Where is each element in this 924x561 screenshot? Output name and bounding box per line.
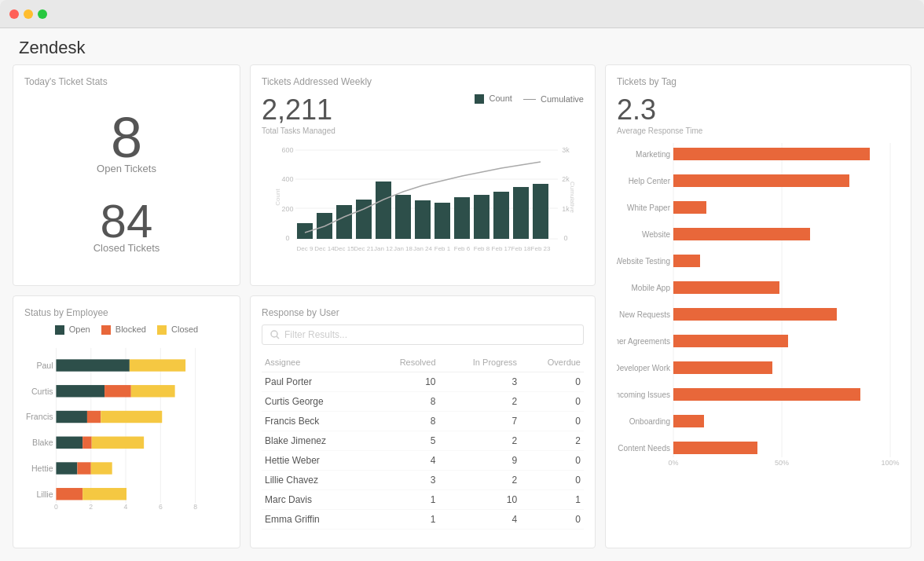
cell-overdue: 0 [520, 510, 584, 530]
svg-text:1k: 1k [562, 205, 570, 213]
svg-rect-61 [673, 335, 788, 347]
table-row: Emma Griffin 1 4 0 [262, 510, 584, 530]
svg-point-102 [271, 331, 277, 337]
tag-chart-title: Tickets by Tag [617, 76, 900, 87]
svg-text:100%: 100% [881, 459, 899, 467]
open-tickets-section: 8 Open Tickets [97, 109, 156, 174]
svg-rect-51 [673, 201, 706, 214]
svg-rect-25 [513, 187, 529, 239]
svg-text:8: 8 [193, 503, 197, 511]
svg-text:Incoming Issues: Incoming Issues [617, 390, 670, 399]
svg-rect-26 [533, 184, 548, 239]
svg-text:200: 200 [281, 205, 293, 213]
app-header: Zendesk [0, 28, 924, 64]
svg-text:Hettie: Hettie [31, 464, 53, 473]
svg-text:Jan 12: Jan 12 [374, 245, 394, 252]
cell-inprogress: 3 [439, 372, 521, 392]
employee-chart-title: Status by Employee [24, 307, 229, 318]
svg-text:0: 0 [285, 234, 289, 242]
svg-rect-47 [673, 148, 870, 160]
svg-text:Jan 24: Jan 24 [413, 245, 433, 252]
svg-rect-65 [673, 388, 860, 401]
cell-inprogress: 2 [439, 471, 521, 490]
closed-legend: Closed [157, 324, 198, 335]
svg-rect-100 [56, 488, 82, 500]
svg-text:Dec 21: Dec 21 [354, 245, 374, 252]
employee-legend: Open Blocked Closed [24, 324, 229, 335]
svg-text:Developer Work: Developer Work [617, 364, 671, 372]
response-table-card: Response by User Filter Results... Assig… [250, 295, 596, 548]
svg-text:600: 600 [281, 146, 293, 154]
svg-text:Cumulative: Cumulative [569, 182, 576, 214]
open-label: Open Tickets [97, 163, 156, 174]
weekly-total: 2,211 [262, 94, 336, 126]
employee-bar-chart: Paul Curtis Francis Blake Hettie Lillie … [24, 341, 229, 514]
cell-resolved: 3 [371, 471, 439, 490]
svg-text:Feb 1: Feb 1 [434, 245, 451, 252]
svg-rect-17 [356, 200, 372, 239]
cell-inprogress: 10 [439, 490, 521, 510]
closed-label: Closed Tickets [94, 242, 160, 254]
cell-inprogress: 2 [439, 431, 521, 451]
avg-response-num: 2.3 [617, 94, 900, 126]
svg-rect-67 [673, 415, 704, 427]
cell-overdue: 0 [520, 412, 584, 431]
svg-rect-19 [395, 195, 411, 239]
svg-rect-93 [101, 411, 162, 423]
svg-rect-92 [87, 411, 101, 423]
open-count: 8 [97, 109, 156, 166]
search-bar[interactable]: Filter Results... [262, 324, 584, 345]
response-table: Assignee Resolved In Progress Overdue Pa… [262, 353, 584, 530]
svg-text:2k: 2k [562, 175, 570, 183]
cell-resolved: 4 [371, 451, 439, 471]
svg-text:Paul: Paul [36, 361, 53, 370]
svg-rect-87 [130, 359, 185, 371]
svg-rect-24 [493, 192, 509, 239]
svg-text:Onboarding: Onboarding [629, 417, 670, 426]
svg-line-103 [277, 336, 279, 339]
svg-text:Feb 17: Feb 17 [492, 245, 512, 252]
col-resolved: Resolved [371, 353, 439, 372]
cell-assignee: Emma Griffin [262, 510, 371, 530]
table-row: Blake Jimenez 5 2 2 [262, 431, 584, 451]
cell-assignee: Hettie Weber [262, 451, 371, 471]
svg-text:Website: Website [642, 230, 670, 239]
weekly-bar-chart: 600 400 200 0 Count 3k 2k 1k 0 Cumulativ… [262, 138, 584, 264]
svg-rect-69 [673, 442, 757, 454]
cell-assignee: Paul Porter [262, 372, 371, 392]
svg-rect-86 [56, 359, 129, 371]
app-window: Zendesk Today's Ticket Stats 8 Open Tick… [0, 0, 924, 561]
svg-text:Lillie: Lillie [36, 490, 53, 499]
svg-text:50%: 50% [775, 459, 789, 467]
svg-text:3k: 3k [562, 146, 570, 154]
svg-text:0: 0 [54, 503, 58, 511]
cell-inprogress: 9 [439, 451, 521, 471]
maximize-button[interactable] [38, 9, 47, 19]
title-bar [0, 0, 924, 28]
svg-text:Count: Count [274, 189, 281, 206]
weekly-total-label: Total Tasks Managed [262, 126, 336, 135]
minimize-button[interactable] [24, 9, 33, 19]
cell-resolved: 8 [371, 392, 439, 412]
app-title: Zendesk [19, 38, 905, 58]
table-row: Marc Davis 1 10 1 [262, 490, 584, 510]
svg-text:Dec 14: Dec 14 [314, 245, 335, 252]
avg-response-label: Average Response Time [617, 126, 900, 135]
dashboard: Today's Ticket Stats 8 Open Tickets 84 C… [0, 64, 924, 561]
svg-rect-16 [336, 205, 352, 239]
close-button[interactable] [9, 9, 19, 19]
response-table-title: Response by User [262, 307, 584, 318]
weekly-chart-card: Tickets Addressed Weekly 2,211 Total Tas… [250, 64, 596, 286]
cell-resolved: 1 [371, 490, 439, 510]
svg-text:Content Needs: Content Needs [618, 444, 670, 453]
svg-rect-95 [82, 437, 92, 449]
closed-tickets-section: 84 Closed Tickets [94, 198, 160, 254]
table-row: Lillie Chavez 3 2 0 [262, 471, 584, 490]
cell-overdue: 2 [520, 431, 584, 451]
svg-rect-99 [91, 462, 112, 474]
svg-text:Curtis: Curtis [31, 387, 53, 396]
svg-rect-21 [434, 203, 450, 239]
cell-resolved: 8 [371, 412, 439, 431]
cell-assignee: Marc Davis [262, 490, 371, 510]
tag-chart-card: Tickets by Tag 2.3 Average Response Time… [605, 64, 911, 548]
